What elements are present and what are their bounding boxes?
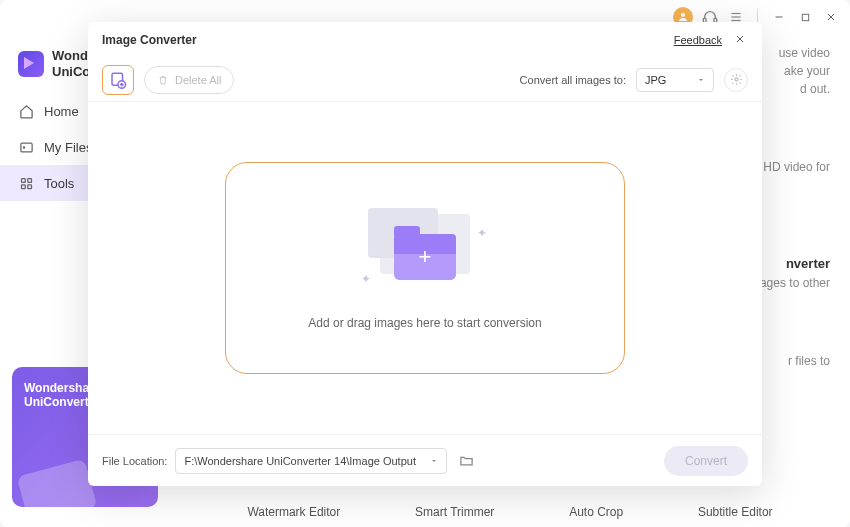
settings-button[interactable] — [724, 68, 748, 92]
chevron-down-icon — [697, 76, 705, 84]
chevron-down-icon — [430, 457, 438, 465]
files-icon — [18, 139, 34, 155]
open-folder-button[interactable] — [455, 450, 477, 472]
sidebar-item-label: Home — [44, 104, 79, 119]
format-value: JPG — [645, 74, 666, 86]
convert-to-label: Convert all images to: — [520, 74, 626, 86]
app-logo-icon — [18, 51, 44, 77]
file-location-value: F:\Wondershare UniConverter 14\Image Out… — [184, 455, 416, 467]
dropzone[interactable]: + ✦ ✦ Add or drag images here to start c… — [225, 162, 625, 374]
tools-icon — [18, 175, 34, 191]
format-select[interactable]: JPG — [636, 68, 714, 92]
tool-label[interactable]: Smart Trimmer — [415, 505, 494, 519]
file-location-select[interactable]: F:\Wondershare UniConverter 14\Image Out… — [175, 448, 447, 474]
delete-all-label: Delete All — [175, 74, 221, 86]
convert-button[interactable]: Convert — [664, 446, 748, 476]
modal-footer: File Location: F:\Wondershare UniConvert… — [88, 434, 762, 486]
footer-tool-labels: Watermark Editor Smart Trimmer Auto Crop… — [170, 505, 850, 519]
svg-rect-7 — [802, 14, 808, 20]
svg-rect-14 — [21, 184, 25, 188]
svg-rect-12 — [21, 178, 25, 182]
home-icon — [18, 103, 34, 119]
modal-title: Image Converter — [102, 33, 197, 47]
close-icon[interactable] — [732, 32, 748, 48]
folder-illustration: + ✦ ✦ — [365, 206, 485, 296]
feedback-link[interactable]: Feedback — [674, 34, 722, 46]
dropzone-container: + ✦ ✦ Add or drag images here to start c… — [88, 102, 762, 434]
minimize-button[interactable] — [770, 8, 788, 26]
tool-label[interactable]: Subtitle Editor — [698, 505, 773, 519]
delete-all-button[interactable]: Delete All — [144, 66, 234, 94]
promo-decoration — [17, 459, 98, 507]
close-button[interactable] — [822, 8, 840, 26]
modal-toolbar: Delete All Convert all images to: JPG — [88, 58, 762, 102]
maximize-button[interactable] — [796, 8, 814, 26]
svg-rect-10 — [20, 143, 31, 152]
folder-icon — [459, 453, 474, 468]
dropzone-text: Add or drag images here to start convers… — [308, 316, 541, 330]
tool-label[interactable]: Watermark Editor — [247, 505, 340, 519]
svg-point-22 — [734, 78, 737, 81]
image-converter-modal: Image Converter Feedback Delete All Conv… — [88, 22, 762, 486]
svg-rect-15 — [27, 184, 31, 188]
sidebar-item-label: My Files — [44, 140, 92, 155]
gear-icon — [730, 73, 743, 86]
trash-icon — [157, 74, 169, 86]
svg-rect-13 — [27, 178, 31, 182]
svg-point-0 — [681, 13, 685, 17]
add-images-button[interactable] — [102, 65, 134, 95]
svg-point-11 — [23, 147, 24, 148]
sidebar-item-label: Tools — [44, 176, 74, 191]
modal-header: Image Converter Feedback — [88, 22, 762, 58]
tool-label[interactable]: Auto Crop — [569, 505, 623, 519]
file-location-label: File Location: — [102, 455, 167, 467]
